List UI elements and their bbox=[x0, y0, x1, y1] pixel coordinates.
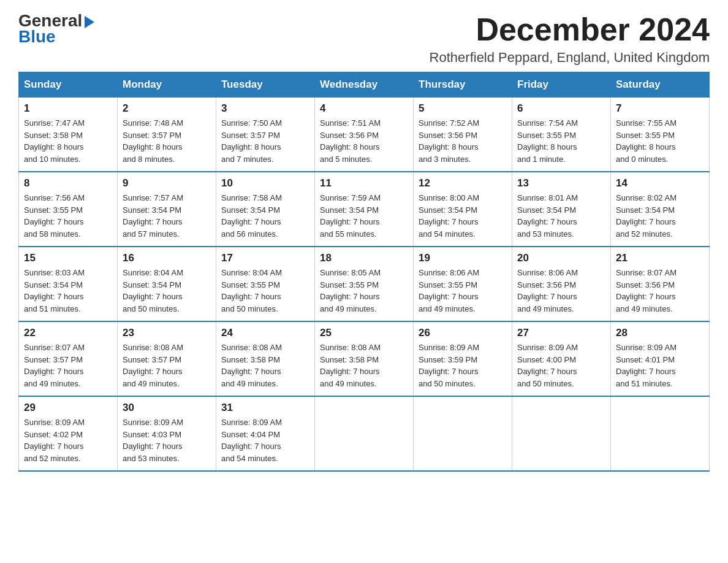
day-number: 22 bbox=[24, 327, 112, 339]
calendar-cell bbox=[414, 396, 512, 471]
day-number: 19 bbox=[419, 252, 507, 264]
calendar-cell: 2 Sunrise: 7:48 AMSunset: 3:57 PMDayligh… bbox=[118, 98, 216, 172]
calendar-cell: 18 Sunrise: 8:05 AMSunset: 3:55 PMDaylig… bbox=[315, 247, 414, 321]
day-info: Sunrise: 7:56 AMSunset: 3:55 PMDaylight:… bbox=[24, 192, 112, 240]
day-info: Sunrise: 7:52 AMSunset: 3:56 PMDaylight:… bbox=[419, 117, 507, 165]
day-number: 3 bbox=[221, 102, 309, 115]
day-number: 6 bbox=[517, 102, 605, 115]
logo-arrow-icon bbox=[85, 16, 94, 28]
day-info: Sunrise: 8:09 AMSunset: 3:59 PMDaylight:… bbox=[419, 342, 507, 389]
calendar-cell: 6 Sunrise: 7:54 AMSunset: 3:55 PMDayligh… bbox=[512, 98, 611, 172]
calendar-cell: 10 Sunrise: 7:58 AMSunset: 3:54 PMDaylig… bbox=[216, 172, 315, 247]
calendar-cell: 20 Sunrise: 8:06 AMSunset: 3:56 PMDaylig… bbox=[512, 247, 611, 321]
day-info: Sunrise: 7:55 AMSunset: 3:55 PMDaylight:… bbox=[616, 117, 704, 165]
day-info: Sunrise: 8:05 AMSunset: 3:55 PMDaylight:… bbox=[320, 267, 408, 315]
day-info: Sunrise: 7:51 AMSunset: 3:56 PMDaylight:… bbox=[320, 117, 408, 165]
day-number: 21 bbox=[616, 252, 704, 264]
day-number: 28 bbox=[616, 327, 704, 339]
calendar-cell: 16 Sunrise: 8:04 AMSunset: 3:54 PMDaylig… bbox=[118, 247, 216, 321]
day-info: Sunrise: 8:09 AMSunset: 4:03 PMDaylight:… bbox=[123, 416, 211, 464]
calendar-cell: 31 Sunrise: 8:09 AMSunset: 4:04 PMDaylig… bbox=[216, 396, 315, 471]
day-number: 2 bbox=[123, 102, 211, 115]
day-number: 9 bbox=[123, 177, 211, 190]
column-header-monday: Monday bbox=[118, 72, 216, 98]
day-info: Sunrise: 7:47 AMSunset: 3:58 PMDaylight:… bbox=[24, 117, 112, 165]
day-info: Sunrise: 8:03 AMSunset: 3:54 PMDaylight:… bbox=[24, 267, 112, 315]
calendar-cell: 4 Sunrise: 7:51 AMSunset: 3:56 PMDayligh… bbox=[315, 98, 414, 172]
calendar-week-row: 8 Sunrise: 7:56 AMSunset: 3:55 PMDayligh… bbox=[19, 172, 710, 247]
calendar-table: SundayMondayTuesdayWednesdayThursdayFrid… bbox=[18, 72, 710, 472]
day-number: 5 bbox=[419, 102, 507, 115]
calendar-cell: 19 Sunrise: 8:06 AMSunset: 3:55 PMDaylig… bbox=[414, 247, 512, 321]
day-number: 13 bbox=[517, 177, 605, 190]
calendar-cell: 12 Sunrise: 8:00 AMSunset: 3:54 PMDaylig… bbox=[414, 172, 512, 247]
calendar-week-row: 29 Sunrise: 8:09 AMSunset: 4:02 PMDaylig… bbox=[19, 396, 710, 471]
day-number: 26 bbox=[419, 327, 507, 339]
day-info: Sunrise: 8:04 AMSunset: 3:55 PMDaylight:… bbox=[221, 267, 309, 315]
day-number: 23 bbox=[123, 327, 211, 339]
day-info: Sunrise: 8:07 AMSunset: 3:57 PMDaylight:… bbox=[24, 342, 112, 389]
logo-blue-label: Blue bbox=[18, 28, 56, 45]
calendar-cell: 28 Sunrise: 8:09 AMSunset: 4:01 PMDaylig… bbox=[611, 321, 710, 396]
day-number: 15 bbox=[24, 252, 112, 264]
day-info: Sunrise: 8:09 AMSunset: 4:04 PMDaylight:… bbox=[221, 416, 309, 464]
day-number: 16 bbox=[123, 252, 211, 264]
day-number: 17 bbox=[221, 252, 309, 264]
day-number: 18 bbox=[320, 252, 408, 264]
calendar-cell: 14 Sunrise: 8:02 AMSunset: 3:54 PMDaylig… bbox=[611, 172, 710, 247]
day-info: Sunrise: 8:00 AMSunset: 3:54 PMDaylight:… bbox=[419, 192, 507, 240]
calendar-cell: 30 Sunrise: 8:09 AMSunset: 4:03 PMDaylig… bbox=[118, 396, 216, 471]
day-info: Sunrise: 8:09 AMSunset: 4:01 PMDaylight:… bbox=[616, 342, 704, 389]
day-number: 14 bbox=[616, 177, 704, 190]
day-number: 8 bbox=[24, 177, 112, 190]
day-info: Sunrise: 8:08 AMSunset: 3:57 PMDaylight:… bbox=[123, 342, 211, 389]
calendar-cell: 17 Sunrise: 8:04 AMSunset: 3:55 PMDaylig… bbox=[216, 247, 315, 321]
calendar-week-row: 15 Sunrise: 8:03 AMSunset: 3:54 PMDaylig… bbox=[19, 247, 710, 321]
calendar-cell: 3 Sunrise: 7:50 AMSunset: 3:57 PMDayligh… bbox=[216, 98, 315, 172]
day-info: Sunrise: 8:08 AMSunset: 3:58 PMDaylight:… bbox=[221, 342, 309, 389]
day-info: Sunrise: 7:59 AMSunset: 3:54 PMDaylight:… bbox=[320, 192, 408, 240]
column-header-tuesday: Tuesday bbox=[216, 72, 315, 98]
calendar-cell: 29 Sunrise: 8:09 AMSunset: 4:02 PMDaylig… bbox=[19, 396, 118, 471]
day-info: Sunrise: 7:54 AMSunset: 3:55 PMDaylight:… bbox=[517, 117, 605, 165]
day-info: Sunrise: 8:08 AMSunset: 3:58 PMDaylight:… bbox=[320, 342, 408, 389]
calendar-cell bbox=[315, 396, 414, 471]
day-number: 12 bbox=[419, 177, 507, 190]
day-number: 29 bbox=[24, 402, 112, 414]
column-header-thursday: Thursday bbox=[414, 72, 512, 98]
day-info: Sunrise: 7:58 AMSunset: 3:54 PMDaylight:… bbox=[221, 192, 309, 240]
day-number: 20 bbox=[517, 252, 605, 264]
calendar-cell: 25 Sunrise: 8:08 AMSunset: 3:58 PMDaylig… bbox=[315, 321, 414, 396]
calendar-cell: 5 Sunrise: 7:52 AMSunset: 3:56 PMDayligh… bbox=[414, 98, 512, 172]
calendar-cell: 26 Sunrise: 8:09 AMSunset: 3:59 PMDaylig… bbox=[414, 321, 512, 396]
day-info: Sunrise: 8:02 AMSunset: 3:54 PMDaylight:… bbox=[616, 192, 704, 240]
calendar-cell: 13 Sunrise: 8:01 AMSunset: 3:54 PMDaylig… bbox=[512, 172, 611, 247]
day-number: 31 bbox=[221, 402, 309, 414]
calendar-cell bbox=[512, 396, 611, 471]
calendar-cell: 23 Sunrise: 8:08 AMSunset: 3:57 PMDaylig… bbox=[118, 321, 216, 396]
calendar-cell: 21 Sunrise: 8:07 AMSunset: 3:56 PMDaylig… bbox=[611, 247, 710, 321]
calendar-cell: 22 Sunrise: 8:07 AMSunset: 3:57 PMDaylig… bbox=[19, 321, 118, 396]
day-info: Sunrise: 8:06 AMSunset: 3:55 PMDaylight:… bbox=[419, 267, 507, 315]
calendar-header-row: SundayMondayTuesdayWednesdayThursdayFrid… bbox=[19, 72, 710, 98]
calendar-week-row: 22 Sunrise: 8:07 AMSunset: 3:57 PMDaylig… bbox=[19, 321, 710, 396]
day-number: 11 bbox=[320, 177, 408, 190]
column-header-sunday: Sunday bbox=[19, 72, 118, 98]
day-number: 25 bbox=[320, 327, 408, 339]
logo: General Blue bbox=[18, 12, 94, 45]
day-number: 30 bbox=[123, 402, 211, 414]
day-number: 10 bbox=[221, 177, 309, 190]
calendar-cell: 15 Sunrise: 8:03 AMSunset: 3:54 PMDaylig… bbox=[19, 247, 118, 321]
column-header-saturday: Saturday bbox=[611, 72, 710, 98]
day-number: 24 bbox=[221, 327, 309, 339]
calendar-week-row: 1 Sunrise: 7:47 AMSunset: 3:58 PMDayligh… bbox=[19, 98, 710, 172]
day-info: Sunrise: 8:09 AMSunset: 4:00 PMDaylight:… bbox=[517, 342, 605, 389]
column-header-friday: Friday bbox=[512, 72, 611, 98]
day-number: 7 bbox=[616, 102, 704, 115]
day-info: Sunrise: 8:01 AMSunset: 3:54 PMDaylight:… bbox=[517, 192, 605, 240]
day-info: Sunrise: 8:06 AMSunset: 3:56 PMDaylight:… bbox=[517, 267, 605, 315]
calendar-cell: 1 Sunrise: 7:47 AMSunset: 3:58 PMDayligh… bbox=[19, 98, 118, 172]
calendar-cell: 8 Sunrise: 7:56 AMSunset: 3:55 PMDayligh… bbox=[19, 172, 118, 247]
day-number: 27 bbox=[517, 327, 605, 339]
day-info: Sunrise: 7:57 AMSunset: 3:54 PMDaylight:… bbox=[123, 192, 211, 240]
